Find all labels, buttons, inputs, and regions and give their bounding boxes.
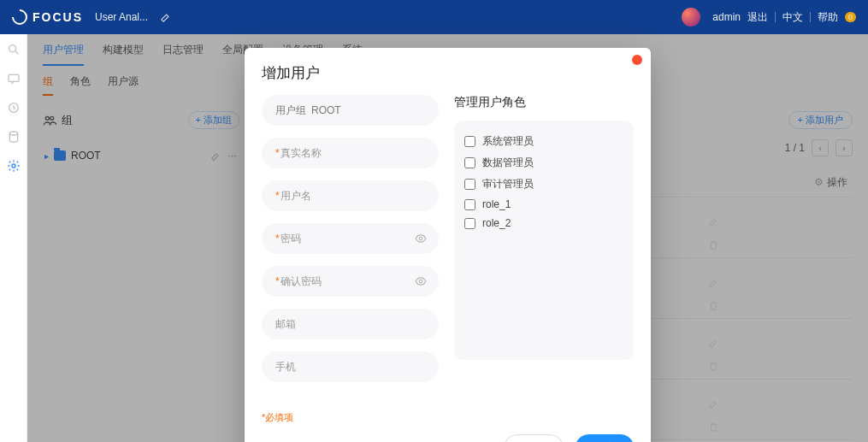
confirm-input[interactable] — [280, 275, 425, 287]
main: 用户管理构建模型日志管理全局配置设备管理系统... 组角色用户源 组 + 添加组… — [27, 34, 868, 442]
phone-field[interactable] — [262, 351, 439, 382]
svg-point-4 — [12, 164, 15, 168]
svg-point-3 — [9, 132, 17, 135]
realname-input[interactable] — [280, 147, 425, 159]
modal-title: 增加用户 — [262, 63, 634, 83]
role-item[interactable]: 系统管理员 — [464, 131, 623, 152]
role-checkbox[interactable] — [464, 199, 475, 210]
ok-button[interactable]: 确定 — [576, 434, 634, 442]
svg-point-0 — [9, 45, 15, 52]
confirm-field[interactable]: * — [262, 266, 439, 297]
role-checkbox[interactable] — [464, 218, 475, 229]
eye-icon[interactable] — [415, 233, 427, 245]
role-item[interactable]: role_2 — [464, 214, 623, 233]
role-label: 审计管理员 — [482, 177, 534, 192]
svg-point-10 — [419, 237, 422, 240]
divider — [810, 12, 811, 22]
modal-footer: 取消 确定 — [262, 434, 634, 442]
clock-icon[interactable] — [7, 101, 21, 115]
modal-overlay: 增加用户 用户组 ROOT * * * * *必填项 — [27, 34, 868, 442]
role-checkbox[interactable] — [464, 136, 475, 147]
header-links: admin 退出 中文 帮助 0 — [712, 10, 856, 25]
roles-title: 管理用户角色 — [454, 95, 634, 110]
data-icon[interactable] — [7, 130, 21, 144]
eye-icon[interactable] — [415, 275, 427, 287]
role-label: 数据管理员 — [482, 156, 534, 170]
search-icon[interactable] — [7, 43, 21, 56]
logo-mark-icon — [9, 6, 30, 27]
form-col: 用户组 ROOT * * * * *必填项 — [262, 95, 439, 424]
header-user[interactable]: admin — [712, 11, 741, 23]
role-item[interactable]: 审计管理员 — [464, 174, 623, 195]
password-input[interactable] — [280, 233, 425, 245]
phone-input[interactable] — [275, 361, 425, 373]
username-field[interactable]: * — [262, 180, 439, 211]
username-input[interactable] — [280, 190, 425, 202]
required-note: *必填项 — [262, 411, 439, 424]
role-label: role_1 — [482, 198, 511, 210]
page-title: User Anal... — [95, 11, 148, 23]
group-field-label: 用户组 — [275, 103, 306, 118]
brand-logo: FOCUS — [12, 9, 83, 25]
group-field: 用户组 ROOT — [262, 95, 439, 126]
role-item[interactable]: 数据管理员 — [464, 152, 623, 174]
role-label: role_2 — [482, 217, 511, 229]
divider — [775, 12, 776, 22]
roles-col: 管理用户角色 系统管理员数据管理员审计管理员role_1role_2 — [454, 95, 634, 424]
edit-title-icon[interactable] — [160, 11, 172, 23]
header-lang[interactable]: 中文 — [782, 10, 803, 25]
email-field[interactable] — [262, 309, 439, 339]
group-field-value: ROOT — [311, 104, 341, 116]
header-logout[interactable]: 退出 — [747, 10, 768, 25]
avatar[interactable] — [682, 8, 700, 27]
svg-rect-1 — [9, 74, 19, 81]
role-checkbox[interactable] — [464, 157, 475, 168]
realname-field[interactable]: * — [262, 138, 439, 168]
password-field[interactable]: * — [262, 223, 439, 254]
app-header: FOCUS User Anal... admin 退出 中文 帮助 0 — [0, 0, 868, 34]
svg-point-11 — [419, 280, 422, 283]
nav-rail — [0, 34, 27, 442]
settings-icon[interactable] — [7, 159, 21, 173]
add-user-modal: 增加用户 用户组 ROOT * * * * *必填项 — [245, 48, 651, 442]
chat-icon[interactable] — [7, 72, 21, 85]
email-input[interactable] — [275, 318, 425, 330]
roles-box: 系统管理员数据管理员审计管理员role_1role_2 — [454, 121, 634, 360]
header-help[interactable]: 帮助 — [818, 10, 838, 25]
help-badge: 0 — [845, 12, 856, 22]
role-label: 系统管理员 — [482, 134, 534, 149]
role-item[interactable]: role_1 — [464, 195, 623, 214]
close-icon[interactable] — [632, 55, 642, 65]
brand-text: FOCUS — [32, 10, 83, 24]
role-checkbox[interactable] — [464, 179, 475, 190]
cancel-button[interactable]: 取消 — [504, 434, 564, 442]
